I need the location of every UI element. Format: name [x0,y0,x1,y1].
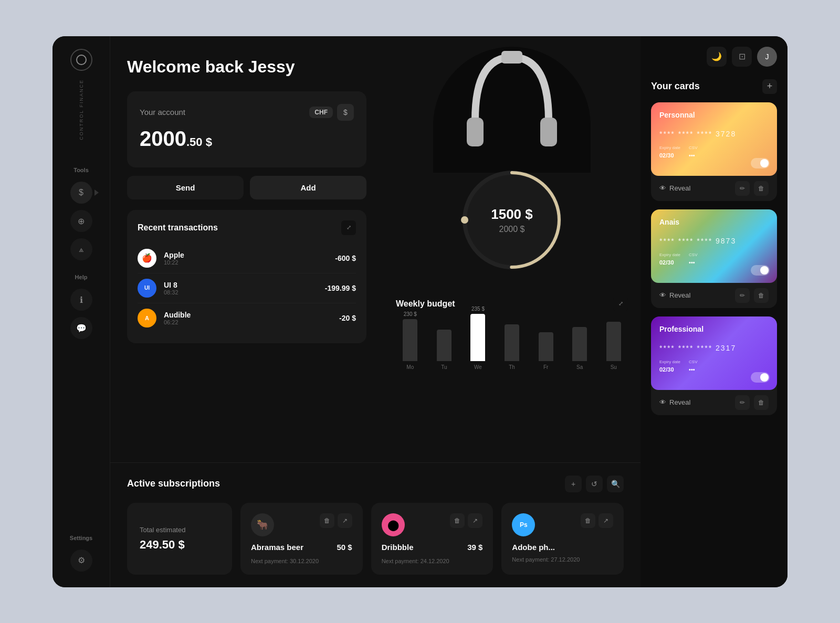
delete-dribbble-button[interactable]: 🗑 [450,513,465,528]
bar-item-th: Th [498,322,527,370]
reveal-button-personal[interactable]: 👁 Reveal [659,184,731,192]
add-subscription-button[interactable]: + [565,476,582,492]
adobe-next-payment: Next payment: 27.12.2020 [512,556,613,563]
currency-group: CHF $ [309,104,354,121]
user-avatar[interactable]: J [757,47,777,67]
expand-transactions-button[interactable]: ⤢ [341,220,356,235]
sidebar-item-info[interactable]: ℹ [70,289,92,311]
reveal-button-anais[interactable]: 👁 Reveal [659,291,731,299]
add-card-button[interactable]: + [762,79,777,94]
transaction-time: 06:22 [164,319,339,325]
reveal-button-professional[interactable]: 👁 Reveal [659,398,731,406]
window-icon: ⊡ [739,51,746,61]
window-button[interactable]: ⊡ [732,47,752,67]
delete-button-professional[interactable]: 🗑 [754,395,769,410]
bar-label-sa: Sa [576,364,583,370]
abramas-name: Abramas beer [251,543,303,552]
svg-rect-1 [540,118,557,146]
dribbble-next-payment: Next payment: 24.12.2020 [382,558,483,564]
card-toggle-anais[interactable] [751,265,770,276]
card-number-anais: **** **** **** 9873 [659,237,769,245]
abramas-icon-symbol: 🐂 [257,519,268,531]
send-button[interactable]: Send [127,176,244,199]
balance-main: 2000 [140,127,186,150]
sidebar-item-globe[interactable]: ⊕ [70,210,92,232]
sidebar-item-tree[interactable]: ⟁ [70,238,92,260]
cards-header: Your cards + [651,79,777,94]
external-link-icon: ↗ [342,517,348,524]
sidebar-item-chat[interactable]: 💬 [70,317,92,339]
delete-adobe-button[interactable]: 🗑 [581,513,595,528]
trash-icon-anais: 🗑 [758,292,764,299]
card-toggle-professional[interactable] [751,372,770,383]
bar-label-th: Th [509,364,515,370]
toggle-knob-personal [760,159,769,167]
card-toggle-personal[interactable] [751,158,770,168]
adobe-name: Adobe ph... [512,543,555,552]
search-icon: 🔍 [611,480,620,488]
bar-label-mo: Mo [406,364,414,370]
bar-label-su: Su [611,364,617,370]
info-icon: ℹ [80,295,83,305]
history-button[interactable]: ↺ [586,476,603,492]
expiry-value-professional: 02/30 [659,366,674,373]
delete-button-anais[interactable]: 🗑 [754,288,769,303]
edit-button-anais[interactable]: ✏ [735,288,750,303]
edit-icon-personal: ✏ [740,185,745,192]
trash-icon: 🗑 [324,517,330,524]
bar-label-we: We [474,364,482,370]
expand-budget-button[interactable]: ⤢ [613,297,628,311]
bar-rect-tu [437,330,452,361]
open-adobe-button[interactable]: ↗ [598,513,613,528]
dribbble-actions: 🗑 ↗ [450,513,482,528]
transaction-name: Audible [164,311,339,319]
plus-icon: + [571,480,575,488]
dribbble-price: 39 $ [467,543,482,552]
abramas-next-payment: Next payment: 30.12.2020 [251,558,352,564]
bar-value-we: 235 $ [471,306,485,312]
bottom-area: Active subscriptions + ↺ 🔍 Total est [110,462,640,587]
csv-label-professional: CSV [689,360,697,364]
dribbble-icon-symbol: ⬤ [387,519,399,531]
bar-rect-sa [572,327,587,361]
top-bar: 🌙 ⊡ J [651,47,777,67]
total-label: Total estimated [140,526,219,534]
csv-label-personal: CSV [689,145,697,150]
toggle-knob-professional [760,373,769,382]
bar-item-fr: Fr [531,330,560,370]
card-footer-professional: Expiry date 02/30 CSV ••• [659,360,769,374]
delete-abramas-button[interactable]: 🗑 [320,513,334,528]
sidebar-item-dollar[interactable]: $ [70,182,92,204]
open-abramas-button[interactable]: ↗ [338,513,352,528]
card-name-anais: Anais [659,218,769,226]
card-item-anais: Anais **** **** **** 9873 Expiry date 02… [651,209,777,308]
sidebar-logo [70,49,92,71]
bar-rect-fr [539,332,553,361]
edit-button-professional[interactable]: ✏ [735,395,750,410]
open-dribbble-button[interactable]: ↗ [468,513,482,528]
total-estimated-card: Total estimated 249.50 $ [127,503,232,575]
currency-icon-button[interactable]: $ [337,104,354,121]
transaction-name: UI 8 [164,281,325,289]
credit-card-anais: Anais **** **** **** 9873 Expiry date 02… [651,209,777,283]
subscription-actions: + ↺ 🔍 [565,476,624,492]
plus-icon: + [767,81,773,92]
csv-value-professional: ••• [689,366,695,373]
credit-card-personal: Personnal **** **** **** 3728 Expiry dat… [651,102,777,176]
bar-label-fr: Fr [543,364,548,370]
card-number-professional: **** **** **** 2317 [659,344,769,352]
edit-button-personal[interactable]: ✏ [735,181,750,196]
transaction-row: 🍎 Apple 10:22 -600 $ [138,244,356,273]
apple-icon: 🍎 [138,249,156,268]
add-button[interactable]: Add [250,176,366,199]
search-subscription-button[interactable]: 🔍 [607,476,624,492]
sidebar-item-settings[interactable]: ⚙ [70,550,92,572]
theme-toggle-button[interactable]: 🌙 [707,47,727,67]
card-actions-anais: 👁 Reveal ✏ 🗑 [651,283,777,308]
bar-item-su: Su [599,320,628,370]
expand-icon: ⤢ [346,224,351,231]
delete-button-personal[interactable]: 🗑 [754,181,769,196]
weekly-budget-title: Weekly budget [396,299,455,309]
expiry-value-personal: 02/30 [659,152,674,159]
card-footer-anais: Expiry date 02/30 CSV ••• [659,252,769,267]
